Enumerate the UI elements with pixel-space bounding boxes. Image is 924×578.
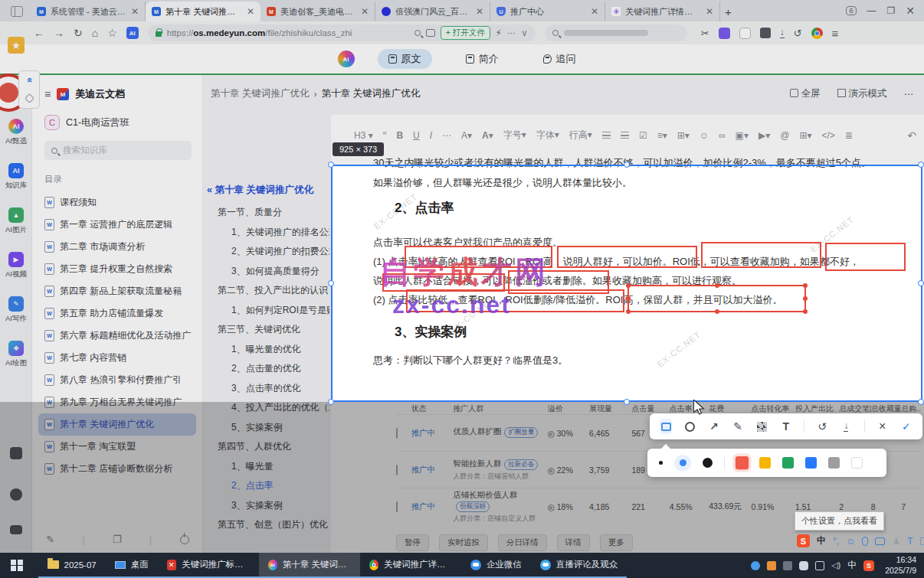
tray-wecom-icon[interactable] (751, 561, 760, 570)
screen: M 系统管理 - 美迪云管理 ✕ M 第十章 关键词推广优化 ✕ M 美迪创客_… (0, 0, 924, 578)
taskbar-app-2-active[interactable]: AI 第十章 关键词推广... (259, 553, 360, 578)
color-red-selected[interactable] (736, 456, 749, 469)
color-white[interactable] (851, 457, 863, 469)
ime-tooltip: 个性设置，点我看看 (795, 511, 884, 531)
system-tray: ◁) 中 S (751, 553, 882, 578)
color-yellow[interactable] (759, 457, 771, 469)
color-gray[interactable] (828, 457, 840, 469)
selection-handle[interactable] (624, 399, 630, 405)
chrome-icon (369, 560, 378, 570)
taskbar-desktop[interactable]: 桌面 (106, 553, 158, 578)
capture-dim-left (0, 165, 331, 402)
toolbox-grid-icon[interactable] (920, 537, 924, 545)
selection-handle[interactable] (328, 280, 334, 286)
mic-icon[interactable] (862, 537, 868, 546)
tray-ime-lang[interactable]: 中 (847, 559, 857, 572)
red-x-app-icon: ✕ (167, 560, 176, 570)
ime-bar: S 中 °, ☺ ♟ T (797, 534, 924, 547)
capture-selection[interactable] (331, 165, 922, 402)
tray-display-icon[interactable] (815, 561, 824, 570)
taskbar-app-3[interactable]: 关键词推广详情页... (360, 553, 461, 578)
selection-handle[interactable] (328, 162, 334, 168)
stroke-large[interactable] (703, 458, 713, 468)
pen-tool[interactable]: ✎ (732, 419, 744, 434)
skin-icon[interactable]: T (907, 536, 913, 547)
annotation-toolbar: ↗ ✎ T ↺ ↓ × ✓ (650, 413, 922, 439)
arrow-tool[interactable]: ↗ (708, 419, 720, 434)
color-blue[interactable] (805, 457, 817, 469)
person-icon[interactable]: ♟ (892, 536, 900, 547)
confirm-capture[interactable]: ✓ (900, 419, 913, 434)
mosaic-tool[interactable] (755, 419, 768, 434)
taskbar-folder[interactable]: 2025-07 (38, 553, 106, 578)
selection-handle[interactable] (918, 280, 924, 286)
keyboard-icon[interactable] (875, 537, 885, 545)
stroke-color-bar (647, 449, 886, 477)
download-capture[interactable]: ↓ (840, 419, 852, 434)
text-tool[interactable]: T (780, 419, 792, 434)
ime-lang[interactable]: 中 (817, 534, 826, 547)
selection-size-label: 925 × 373 (333, 142, 384, 156)
wecom-icon (470, 560, 481, 570)
rectangle-tool[interactable] (660, 419, 672, 434)
stroke-small[interactable] (659, 461, 663, 465)
mouse-cursor (693, 400, 705, 415)
color-green[interactable] (782, 457, 794, 469)
windows-icon (11, 560, 23, 572)
clock-date: 2025/7/9 (885, 566, 916, 576)
capture-dim-top (0, 0, 924, 165)
tray-sogou-icon[interactable]: S (863, 560, 874, 571)
clock-time: 16:34 (885, 555, 916, 566)
cancel-capture[interactable]: × (876, 419, 888, 434)
taskbar-app-1[interactable]: ✕ 关键词推广标准计... (158, 553, 259, 578)
taskbar-app-4[interactable]: 企业微信 (461, 553, 531, 578)
tray-orange-app-icon[interactable] (767, 561, 776, 570)
live-comments-icon (540, 560, 551, 570)
desktop-icon (115, 561, 126, 569)
selection-handle[interactable] (918, 399, 924, 405)
tray-shield-icon[interactable] (783, 561, 792, 570)
folder-icon (48, 560, 59, 569)
start-button[interactable] (0, 553, 34, 578)
tray-mic-icon[interactable] (799, 561, 808, 570)
sogou-logo[interactable]: S (797, 534, 810, 547)
selection-handle[interactable] (624, 162, 630, 168)
tray-volume-icon[interactable]: ◁) (831, 560, 840, 570)
punctuation-icon[interactable]: °, (833, 536, 839, 547)
taskbar-clock[interactable]: 16:34 2025/7/9 (882, 553, 924, 578)
ellipse-tool[interactable] (683, 419, 696, 434)
undo-tool[interactable]: ↺ (816, 419, 828, 434)
emoji-panel-icon[interactable]: ☺ (846, 536, 855, 547)
selection-handle[interactable] (328, 399, 334, 405)
taskbar: 2025-07 桌面 ✕ 关键词推广标准计... AI 第十章 关键词推广...… (0, 553, 924, 578)
stroke-medium-selected[interactable] (674, 455, 691, 472)
ai-app-icon: AI (268, 560, 277, 570)
taskbar-app-5[interactable]: 直播评论及观众 (531, 553, 627, 578)
selection-handle[interactable] (918, 162, 924, 168)
